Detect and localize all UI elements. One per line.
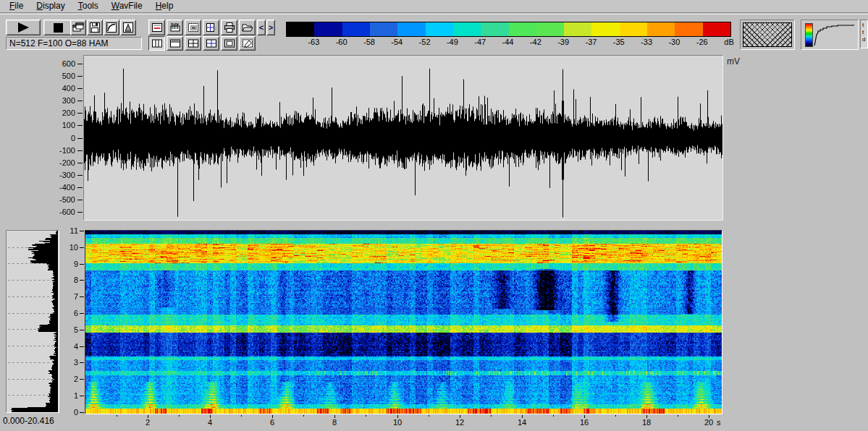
tick-mark: [80, 379, 84, 380]
tick-mark: [80, 247, 84, 248]
spectrogram-y-tick-label: 3: [46, 358, 78, 367]
colorbar-segment: [287, 22, 314, 36]
print-button[interactable]: [221, 20, 237, 35]
scroll-right-button[interactable]: >: [266, 20, 275, 35]
open-file-button[interactable]: [239, 20, 256, 35]
colorbar-segment: [453, 22, 481, 36]
menu-tools[interactable]: Tools: [72, 0, 105, 12]
colorbar-segment: [703, 22, 730, 36]
waveform-panel[interactable]: [83, 55, 723, 221]
dither-box-button[interactable]: [185, 20, 201, 35]
tick-mark: [80, 330, 84, 330]
colorbar-segment: [591, 22, 619, 36]
spectrogram-y-tick-label: 8: [46, 276, 78, 284]
colorbar-db-label: -37: [578, 38, 603, 46]
tick-mark: [77, 88, 83, 89]
spectrogram-x-tick-label: 16: [573, 418, 595, 427]
tick-mark: [80, 362, 84, 363]
layout-quad-button[interactable]: [185, 36, 201, 51]
colorbar-db-label: -54: [384, 38, 409, 46]
spectrogram-y-tick-label: 6: [46, 309, 78, 317]
play-icon: [18, 22, 29, 33]
tick-mark: [80, 264, 84, 265]
tick-mark: [77, 101, 83, 101]
waveform-y-tick-label: 300: [43, 96, 75, 105]
waterfall-pattern-box[interactable]: [740, 20, 795, 50]
spectrogram-y-tick-label: 9: [46, 260, 78, 268]
tick-mark: [80, 296, 84, 297]
waveform-y-tick-label: -600: [43, 208, 75, 216]
menu-display[interactable]: Display: [30, 0, 71, 12]
layout-vertical-button[interactable]: [148, 36, 165, 51]
tick-mark: [80, 396, 84, 396]
tick-mark: [77, 76, 83, 77]
tick-mark: [77, 175, 83, 176]
waveform-y-tick-label: -500: [43, 195, 75, 204]
tick-mark: [241, 415, 242, 417]
peak-display-icon: [122, 22, 134, 33]
stop-button[interactable]: [43, 20, 72, 35]
toolbar: s < > N=512 F=100 O=88 HAM: [0, 14, 868, 52]
clipped-text-box: ttd: [860, 20, 868, 48]
colorbar-segment: [564, 22, 591, 36]
colorbar-segment: [342, 22, 370, 36]
colorbar-segment: [370, 22, 397, 36]
tick-mark: [148, 415, 148, 418]
grid-fs-icon: s: [206, 22, 217, 33]
tick-mark: [77, 163, 83, 163]
colorbar-db-label: -58: [357, 38, 382, 46]
save-icon: [89, 22, 101, 33]
colorbar-segment: [481, 22, 508, 36]
tick-mark: [210, 415, 211, 418]
transfer-curve-button[interactable]: [104, 20, 119, 35]
spectrogram-y-tick-label: 0: [46, 408, 78, 417]
spectrogram-x-tick-label: 2: [137, 418, 159, 427]
tick-mark: [615, 415, 616, 417]
layout-quad-cross-icon: [206, 39, 217, 48]
waveform-plot[interactable]: [84, 56, 722, 220]
menu-file[interactable]: File: [3, 0, 30, 12]
spectrogram-display-button[interactable]: [148, 20, 165, 35]
layout-horizontal-button[interactable]: [167, 36, 183, 51]
chevron-left-icon: <: [259, 24, 264, 31]
average-spectrum-panel[interactable]: [6, 230, 59, 413]
grid-fs-button[interactable]: s: [203, 20, 219, 35]
tick-mark: [646, 415, 647, 418]
cascade-windows-button[interactable]: [70, 20, 86, 35]
layout-quad-icon: [187, 39, 199, 48]
menu-help[interactable]: Help: [149, 0, 180, 12]
tick-mark: [709, 415, 709, 418]
menu-wavfile[interactable]: WavFile: [105, 0, 149, 12]
palette-transfer-box[interactable]: [801, 20, 859, 50]
peak-display-button[interactable]: [120, 20, 136, 35]
colorbar-db-label: -33: [634, 38, 659, 46]
spectrogram-y-tick-label: 7: [46, 292, 78, 301]
colorbar-segment: [675, 22, 702, 36]
tick-mark: [77, 138, 83, 139]
transfer-curve-icon: [106, 22, 117, 33]
tick-mark: [77, 212, 83, 213]
spectrogram-app-window: FileDisplayToolsWavFileHelp: [0, 0, 868, 431]
layout-edit-icon: [242, 39, 253, 48]
tick-mark: [303, 415, 304, 417]
save-button[interactable]: [87, 20, 103, 35]
colorbar-db-label: -52: [413, 38, 437, 46]
scroll-left-button[interactable]: <: [257, 20, 266, 35]
spectrogram-panel[interactable]: [85, 230, 722, 414]
spectrogram-y-tick-label: 11: [46, 226, 78, 235]
spectrogram-plot[interactable]: [85, 231, 722, 414]
play-button[interactable]: [6, 20, 41, 35]
waveform-y-tick-label: 400: [43, 84, 75, 93]
marker-comb-button[interactable]: [167, 20, 183, 35]
waveform-y-tick-label: -200: [43, 158, 75, 167]
marker-comb-icon: [169, 22, 181, 33]
colorbar-segment: [620, 22, 647, 36]
layout-single-button[interactable]: [221, 36, 237, 51]
layout-quad-cross-button[interactable]: [203, 36, 219, 51]
tick-mark: [553, 415, 554, 417]
tick-mark: [80, 346, 84, 347]
colorbar-segment: [509, 22, 536, 36]
layout-edit-button[interactable]: [239, 36, 256, 51]
tick-mark: [491, 415, 492, 417]
tick-mark: [80, 412, 84, 413]
